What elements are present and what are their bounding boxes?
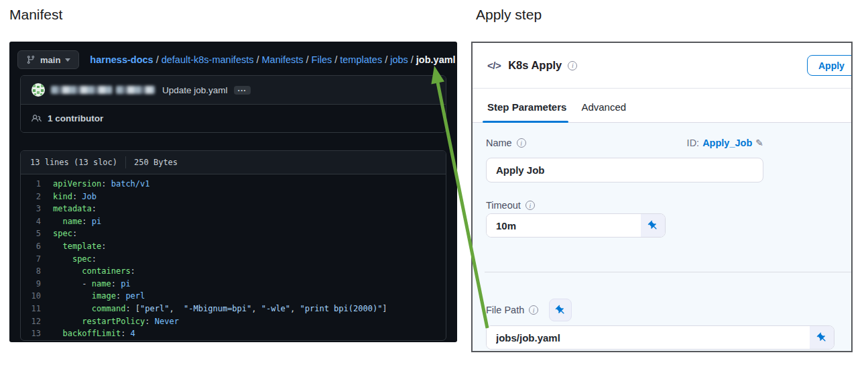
code-line: 8 containers: xyxy=(21,265,446,278)
step-card-header: </> K8s Apply i Apply xyxy=(473,43,851,89)
breadcrumb-link[interactable]: default-k8s-manifests xyxy=(162,54,254,65)
commit-message-ellipsis-button[interactable]: ... xyxy=(234,86,251,95)
step-id-link[interactable]: Apply_Job xyxy=(702,138,752,148)
info-circle-icon[interactable]: i xyxy=(529,305,538,315)
step-parameters-form: Name i ID: Apply_Job ✎ Timeout i Fi xyxy=(473,123,851,351)
file-path-input-combo xyxy=(486,325,834,350)
branch-name-label: main xyxy=(40,55,60,65)
file-path-input[interactable] xyxy=(487,326,810,349)
tab-advanced[interactable]: Advanced xyxy=(581,101,626,122)
breadcrumb: harness-docs/default-k8s-manifests/Manif… xyxy=(90,54,455,65)
commit-author-redacted xyxy=(51,86,113,94)
info-circle-icon[interactable]: i xyxy=(525,201,535,210)
github-file-view-panel: main harness-docs/default-k8s-manifests/… xyxy=(9,42,457,342)
edit-pencil-icon[interactable]: ✎ xyxy=(755,138,763,148)
latest-commit-row: Update job.yaml ... xyxy=(21,76,446,104)
code-line: 5spec: xyxy=(21,227,446,240)
step-id-chip: ID: Apply_Job ✎ xyxy=(687,138,763,148)
line-number[interactable]: 4 xyxy=(21,215,53,228)
pushpin-icon[interactable] xyxy=(810,326,834,349)
tab-step-parameters[interactable]: Step Parameters xyxy=(487,101,566,122)
code-token: "-wle" xyxy=(261,303,290,315)
pushpin-icon[interactable] xyxy=(641,214,665,237)
name-input-wrap xyxy=(486,158,763,182)
line-number[interactable]: 1 xyxy=(21,178,53,191)
code-token: : xyxy=(72,191,82,203)
code-token: name xyxy=(62,215,82,228)
code-token: , xyxy=(169,303,184,315)
code-token: - xyxy=(53,278,92,291)
code-token: "perl" xyxy=(140,303,169,315)
code-line: 13 backoffLimit: 4 xyxy=(21,327,446,340)
apply-changes-button[interactable]: Apply xyxy=(807,55,853,76)
line-number[interactable]: 11 xyxy=(21,303,53,315)
code-token: : xyxy=(92,253,97,266)
code-token: "print bpi(2000)" xyxy=(300,303,383,315)
code-step-icon: </> xyxy=(487,60,501,71)
breadcrumb-link[interactable]: jobs xyxy=(390,54,408,65)
breadcrumb-link[interactable]: Manifests xyxy=(262,54,304,65)
avatar[interactable] xyxy=(32,83,45,97)
info-circle-icon[interactable]: i xyxy=(568,61,577,70)
timeout-input[interactable] xyxy=(487,214,641,237)
form-section-divider xyxy=(485,272,851,272)
code-token: 4 xyxy=(131,327,135,340)
k8s-apply-step-card: </> K8s Apply i Apply Step Parameters Ad… xyxy=(471,42,853,352)
code-token: , xyxy=(251,303,261,315)
branch-selector-button[interactable]: main xyxy=(17,50,79,69)
breadcrumb-repo-link[interactable]: harness-docs xyxy=(90,54,153,65)
git-branch-icon xyxy=(26,55,36,64)
name-input[interactable] xyxy=(486,158,763,182)
yaml-code-view: 1apiVersion: batch/v12kind: Job3metadata… xyxy=(21,174,446,341)
commit-author-redacted xyxy=(116,86,155,94)
breadcrumb-separator: / xyxy=(153,54,162,65)
breadcrumb-link[interactable]: templates xyxy=(340,54,382,65)
code-token: batch/v1 xyxy=(111,178,150,191)
latest-commit-box: Update job.yaml ... 1 contributor xyxy=(20,75,446,133)
code-token: containers xyxy=(82,265,130,278)
code-token xyxy=(53,290,92,303)
code-token: ] xyxy=(382,303,387,315)
contributors-icon xyxy=(32,113,42,123)
code-line: 3metadata: xyxy=(21,203,446,215)
line-number[interactable]: 12 xyxy=(21,315,53,328)
file-info-bar: 13 lines (13 sloc) 250 Bytes xyxy=(21,151,446,174)
code-token: : xyxy=(121,327,130,340)
breadcrumb-separator: / xyxy=(408,54,416,65)
code-line: 6 template: xyxy=(21,240,446,253)
line-number[interactable]: 8 xyxy=(21,265,53,278)
pushpin-icon[interactable] xyxy=(549,299,572,321)
code-token: image xyxy=(92,290,116,303)
code-token: perl xyxy=(125,290,145,303)
code-token xyxy=(53,327,62,340)
line-number[interactable]: 9 xyxy=(21,278,53,291)
line-number[interactable]: 5 xyxy=(21,227,53,240)
code-token: template xyxy=(62,240,101,253)
id-prefix-label: ID: xyxy=(687,138,700,148)
breadcrumb-link[interactable]: Files xyxy=(312,54,332,65)
line-number[interactable]: 13 xyxy=(21,327,53,340)
line-number[interactable]: 3 xyxy=(21,203,53,215)
code-line: 12 restartPolicy: Never xyxy=(21,315,446,328)
breadcrumb-separator: / xyxy=(304,54,312,65)
info-circle-icon[interactable]: i xyxy=(517,138,526,148)
code-line: 2kind: Job xyxy=(21,191,446,203)
code-token: spec xyxy=(72,253,92,266)
breadcrumb-separator: / xyxy=(382,54,390,65)
line-number[interactable]: 7 xyxy=(21,253,53,266)
code-token: : [ xyxy=(125,303,140,315)
chevron-down-icon xyxy=(65,58,70,62)
commit-message[interactable]: Update job.yaml xyxy=(162,85,228,95)
code-token: : xyxy=(101,178,111,191)
code-token xyxy=(53,253,72,266)
code-token: command xyxy=(92,303,126,315)
line-number[interactable]: 6 xyxy=(21,240,53,253)
code-token: : xyxy=(145,315,154,328)
line-number[interactable]: 2 xyxy=(21,191,53,203)
breadcrumb-separator: / xyxy=(332,54,340,65)
code-token: : xyxy=(111,278,121,291)
line-number[interactable]: 10 xyxy=(21,290,53,303)
code-line: 7 spec: xyxy=(21,253,446,266)
code-token: : xyxy=(92,203,97,215)
contributors-row[interactable]: 1 contributor xyxy=(21,104,446,132)
